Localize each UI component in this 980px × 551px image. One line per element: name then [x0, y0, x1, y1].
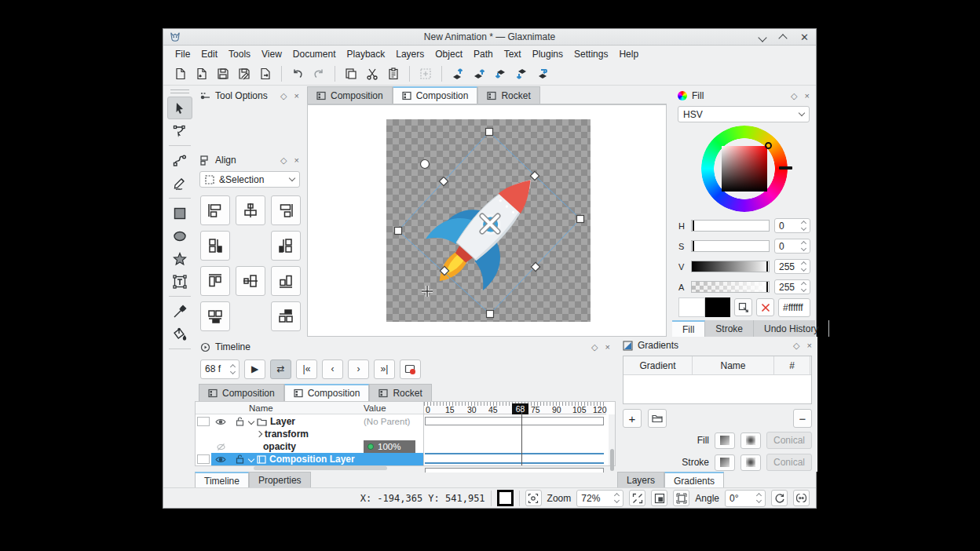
close-button[interactable]: ✕	[800, 32, 810, 42]
menu-plugins[interactable]: Plugins	[527, 47, 569, 61]
value-slider[interactable]	[691, 261, 770, 272]
s-spinbox[interactable]: 0	[774, 239, 810, 254]
last-frame-button[interactable]: »|	[374, 359, 395, 379]
next-frame-button[interactable]: ›	[348, 359, 369, 379]
tab-properties[interactable]: Properties	[249, 472, 311, 489]
undo-button[interactable]	[288, 64, 307, 83]
stroke-radial-gradient-button[interactable]	[740, 454, 761, 471]
menu-tools[interactable]: Tools	[223, 47, 256, 61]
stroke-linear-gradient-button[interactable]	[715, 454, 735, 471]
save-as-button[interactable]	[235, 64, 254, 83]
h-spinbox[interactable]: 0	[774, 218, 810, 233]
current-frame-indicator[interactable]: 68	[512, 403, 528, 414]
menu-edit[interactable]: Edit	[196, 47, 223, 61]
tab-rocket[interactable]: Rocket	[477, 86, 539, 104]
a-spinbox[interactable]: 255	[774, 279, 810, 294]
hex-color-input[interactable]: #ffffff	[778, 298, 810, 317]
menu-file[interactable]: File	[170, 47, 196, 61]
frame-ruler[interactable]: 0 15 30 45 75 90 105 120 68	[423, 402, 606, 414]
menu-text[interactable]: Text	[499, 47, 527, 61]
select-tool[interactable]	[167, 97, 192, 119]
active-color-swatch[interactable]	[497, 490, 514, 506]
fill-bucket-tool[interactable]	[167, 323, 192, 345]
add-gradient-button[interactable]: +	[623, 409, 642, 428]
rectangle-tool[interactable]	[167, 202, 192, 224]
menu-view[interactable]: View	[256, 47, 287, 61]
lower-button[interactable]	[491, 64, 510, 83]
close-panel-icon[interactable]: ×	[805, 91, 810, 101]
star-tool[interactable]	[167, 247, 192, 270]
opacity-value[interactable]: 100%	[364, 440, 415, 453]
hue-indicator[interactable]	[779, 166, 792, 170]
hue-slider[interactable]	[691, 220, 770, 232]
play-button[interactable]: ▶	[244, 359, 265, 379]
timeline-vertical-scrollbar[interactable]	[609, 414, 615, 465]
bezier-tool[interactable]	[167, 149, 192, 172]
v-spinbox[interactable]: 255	[774, 259, 810, 274]
menu-help[interactable]: Help	[613, 47, 644, 61]
timeline-tab-rocket[interactable]: Rocket	[369, 384, 431, 401]
text-tool[interactable]	[167, 270, 192, 293]
timeline-horizontal-scrollbar[interactable]	[195, 466, 603, 471]
loop-button[interactable]: ⇄	[270, 359, 291, 379]
remove-gradient-button[interactable]: −	[793, 409, 812, 428]
close-panel-icon[interactable]: ×	[605, 342, 610, 352]
gradient-presets-button[interactable]	[648, 409, 667, 428]
flip-view-button[interactable]	[793, 490, 810, 506]
zoom-spinbox[interactable]: 72%	[576, 490, 623, 507]
previous-frame-button[interactable]: ‹	[322, 359, 343, 379]
tab-timeline[interactable]: Timeline	[195, 472, 249, 489]
menu-path[interactable]: Path	[468, 47, 499, 61]
minimize-button[interactable]	[759, 32, 769, 42]
float-panel-icon[interactable]: ◇	[280, 155, 287, 166]
clear-color-button[interactable]	[756, 298, 774, 316]
float-panel-icon[interactable]: ◇	[791, 91, 797, 101]
tab-undo-history[interactable]: Undo History	[754, 320, 829, 337]
draw-freehand-tool[interactable]	[167, 172, 192, 195]
tab-stroke[interactable]: Stroke	[705, 320, 754, 337]
align-left-button[interactable]	[200, 195, 230, 225]
raise-to-top-button[interactable]	[448, 64, 467, 83]
cut-button[interactable]	[363, 64, 382, 83]
gradients-table[interactable]: Gradient Name #	[623, 356, 812, 404]
align-right-button[interactable]	[271, 195, 301, 225]
layer-color-swatch[interactable]	[197, 454, 210, 464]
keyframe-indicator[interactable]	[368, 443, 374, 450]
align-relative-to-select[interactable]: &Selection	[199, 171, 300, 188]
tab-fill[interactable]: Fill	[672, 320, 705, 337]
opacity-row[interactable]: opacity 100%	[196, 440, 423, 453]
align-outside-top-button[interactable]	[200, 301, 230, 331]
layer-row[interactable]: Layer (No Parent)	[196, 415, 423, 428]
expand-chevron-icon[interactable]	[248, 418, 254, 425]
maximize-button[interactable]	[780, 32, 789, 42]
float-panel-icon[interactable]: ◇	[591, 342, 598, 352]
visibility-eye-icon[interactable]	[211, 415, 230, 428]
tab-gradients[interactable]: Gradients	[664, 472, 724, 489]
align-top-button[interactable]	[200, 266, 230, 296]
rocket-artwork[interactable]	[386, 119, 591, 322]
pick-screen-color-button[interactable]	[734, 298, 752, 316]
canvas[interactable]	[307, 104, 667, 337]
close-panel-icon[interactable]: ×	[294, 91, 299, 101]
paste-button[interactable]	[384, 64, 403, 83]
transform-row[interactable]: transform	[196, 428, 423, 440]
composition-layer-row[interactable]: Composition Layer	[196, 453, 423, 465]
fill-conical-gradient-button[interactable]: Conical	[766, 432, 812, 449]
stroke-conical-gradient-button[interactable]: Conical	[766, 454, 812, 471]
frame-spinbox[interactable]: 68 f	[200, 359, 240, 379]
float-panel-icon[interactable]: ◇	[280, 91, 287, 101]
menu-settings[interactable]: Settings	[569, 47, 613, 61]
move-to-layer-button[interactable]	[533, 64, 552, 83]
layer-color-swatch[interactable]	[197, 417, 210, 426]
layer-parent-value[interactable]: (No Parent)	[364, 415, 415, 428]
focus-view-button[interactable]	[525, 490, 542, 506]
save-button[interactable]	[214, 64, 232, 83]
lock-icon[interactable]	[230, 415, 249, 428]
sv-selector[interactable]	[765, 142, 772, 149]
expand-chevron-icon[interactable]	[248, 456, 254, 462]
ellipse-tool[interactable]	[167, 224, 192, 247]
fit-animation-button[interactable]	[673, 490, 689, 506]
export-button[interactable]	[256, 64, 275, 83]
color-wheel[interactable]	[701, 126, 788, 212]
timeline-tab-composition-2[interactable]: Composition	[284, 384, 370, 401]
